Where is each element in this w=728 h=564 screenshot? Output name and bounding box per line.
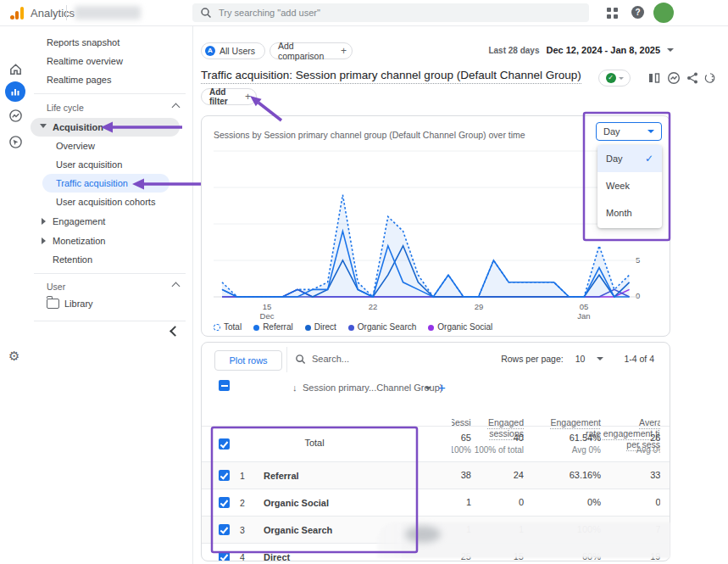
cell-engaged: 24: [473, 470, 524, 480]
ga4-analytics-app: Analytics Try searching "add user" ? ⚙: [0, 0, 728, 564]
total-rate: 61.54%: [550, 433, 601, 443]
collapse-sidebar-icon[interactable]: [169, 326, 181, 337]
sessions-over-time-card: Sessions by Session primary channel grou…: [201, 115, 670, 337]
add-comparison-label: Add comparison: [278, 41, 336, 61]
sidebar-divider: [34, 321, 186, 321]
global-search-input[interactable]: Try searching "add user": [192, 3, 589, 22]
chevron-down-icon[interactable]: [597, 357, 603, 360]
sidebar-item-monetization[interactable]: Monetization: [53, 232, 105, 249]
all-users-segment-chip[interactable]: A All Users: [201, 42, 265, 59]
cell-sessions: 1: [452, 497, 471, 507]
help-icon[interactable]: ?: [631, 6, 644, 19]
cell-engaged: 0: [473, 497, 524, 507]
analytics-logo-icon[interactable]: [10, 6, 25, 20]
sidebar-item-user-acquisition[interactable]: User acquisition: [56, 156, 122, 173]
app-title: Analytics: [31, 7, 75, 20]
menu-item-month[interactable]: Month: [597, 199, 662, 226]
cell-avg: 33s: [614, 470, 660, 480]
chevron-up-icon[interactable]: [172, 282, 181, 291]
select-all-checkbox[interactable]: [219, 380, 230, 391]
channel-name: Referral: [264, 471, 299, 481]
cell-rate: 0%: [550, 497, 601, 507]
total-row-label: Total: [264, 438, 365, 448]
row-checkbox[interactable]: [219, 438, 230, 450]
admin-gear-icon[interactable]: ⚙: [8, 349, 19, 364]
sidebar-item-realtime-overview[interactable]: Realtime overview: [47, 53, 123, 70]
reports-sidebar: Reports snapshot Realtime overview Realt…: [31, 25, 193, 564]
sidebar-item-user-acquisition-cohorts[interactable]: User acquisition cohorts: [56, 193, 155, 210]
cell-sessions: 38: [452, 470, 471, 480]
row-checkbox[interactable]: [219, 524, 230, 535]
monetization-collapse-icon[interactable]: [42, 237, 46, 244]
sidebar-item-overview[interactable]: Overview: [56, 137, 95, 154]
chevron-down-icon[interactable]: [425, 387, 431, 390]
row-checkbox[interactable]: [219, 470, 230, 481]
insights-icon[interactable]: [667, 71, 681, 85]
engagement-collapse-icon[interactable]: [42, 218, 46, 225]
data-quality-button[interactable]: ✓: [598, 70, 631, 87]
sidebar-item-retention[interactable]: Retention: [53, 251, 92, 268]
total-rate-sub: Avg 0%: [550, 445, 601, 455]
all-users-label: All Users: [220, 46, 255, 56]
add-dimension-button[interactable]: +: [438, 380, 446, 394]
date-preset-label: Last 28 days: [488, 46, 539, 55]
menu-item-day[interactable]: Day✓: [597, 145, 662, 172]
channel-name: Direct: [264, 552, 290, 561]
sidebar-item-realtime-pages[interactable]: Realtime pages: [47, 71, 111, 88]
cell-rate: 63.16%: [550, 470, 601, 480]
sort-down-icon[interactable]: ↓: [292, 383, 297, 393]
sidebar-item-traffic-acquisition[interactable]: Traffic acquisition: [56, 175, 128, 192]
sidebar-item-engagement[interactable]: Engagement: [53, 213, 105, 230]
add-comparison-button[interactable]: Add comparison +: [270, 42, 353, 59]
plot-rows-button[interactable]: Plot rows: [214, 350, 282, 371]
granularity-select[interactable]: Day: [596, 122, 662, 141]
date-range-picker[interactable]: Last 28 days Dec 12, 2024 - Jan 8, 2025: [488, 45, 674, 55]
icon-rail: ⚙: [0, 25, 31, 564]
sidebar-item-acquisition[interactable]: Acquisition: [53, 119, 103, 136]
dimension-column-header[interactable]: Session primary...Channel Group): [303, 383, 442, 393]
table-search-input[interactable]: Search...: [312, 354, 349, 364]
redaction-smudge: [405, 526, 441, 543]
sidebar-divider: [34, 93, 186, 94]
sidebar-item-library[interactable]: Library: [64, 295, 93, 312]
rows-per-page-value[interactable]: 10: [575, 354, 586, 364]
report-title[interactable]: Traffic acquisition: Session primary cha…: [201, 69, 581, 84]
share-icon[interactable]: [686, 71, 699, 85]
sessions-column-header[interactable]: Sessions: [452, 417, 471, 428]
total-engaged: 40: [473, 433, 524, 443]
check-icon: ✓: [645, 153, 653, 165]
table-search-icon[interactable]: [295, 354, 306, 365]
clipped-history-icon[interactable]: [704, 71, 716, 85]
row-checkbox[interactable]: [219, 551, 230, 561]
granularity-value: Day: [603, 126, 620, 137]
add-filter-button[interactable]: Add filter +: [201, 88, 257, 105]
rows-per-page-label: Rows per page:: [501, 354, 564, 364]
reports-icon-active[interactable]: [5, 81, 25, 102]
pagination-range: 1-4 of 4: [624, 354, 654, 364]
apps-grid-icon[interactable]: [607, 8, 618, 19]
check-circle-icon: ✓: [606, 73, 616, 83]
channel-name: Organic Social: [264, 498, 329, 508]
header-divider: [66, 5, 67, 20]
granularity-menu: Day✓ Week Month: [597, 145, 662, 228]
user-section-header[interactable]: User: [47, 279, 65, 294]
menu-item-week[interactable]: Week: [597, 172, 662, 199]
account-name-redacted[interactable]: [75, 6, 141, 20]
cell-avg: 0s: [614, 497, 660, 507]
advertising-icon[interactable]: [8, 135, 23, 149]
total-avg: 26s: [614, 433, 660, 443]
chevron-down-icon: [667, 48, 674, 52]
avatar[interactable]: [653, 3, 674, 23]
search-icon: [200, 7, 212, 19]
acquisition-expand-icon[interactable]: [40, 124, 47, 128]
home-icon[interactable]: [8, 62, 23, 76]
library-folder-icon: [47, 299, 59, 309]
explore-icon[interactable]: [8, 109, 23, 123]
sidebar-item-reports-snapshot[interactable]: Reports snapshot: [47, 34, 119, 51]
plus-icon: +: [245, 91, 251, 103]
row-checkbox[interactable]: [219, 497, 230, 508]
compare-columns-icon[interactable]: [647, 71, 661, 85]
row-index: 4: [240, 552, 245, 561]
chevron-up-icon[interactable]: [172, 103, 181, 112]
lifecycle-section-header[interactable]: Life cycle: [47, 100, 84, 115]
